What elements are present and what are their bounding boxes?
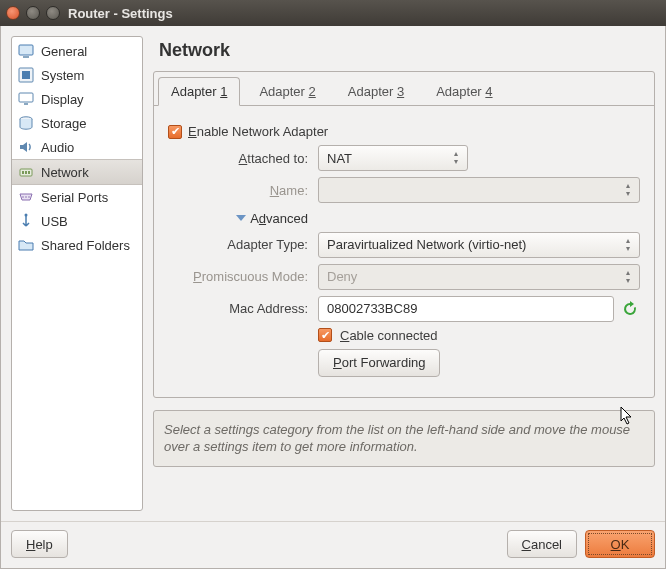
sidebar-item-label: Serial Ports (41, 190, 108, 205)
page-title: Network (159, 40, 655, 61)
window-close-icon[interactable] (6, 6, 20, 20)
audio-icon (18, 139, 34, 155)
combo-spin-icon: ▴▾ (621, 267, 635, 287)
dialog-button-row: Help Cancel OK (1, 521, 665, 568)
sidebar-item-label: Shared Folders (41, 238, 130, 253)
attached-to-label: Attached to: (168, 151, 318, 166)
cable-connected-label: Cable connected (340, 328, 438, 343)
adapter-tab-panel: Adapter 1 Adapter 2 Adapter 3 Adapter 4 … (153, 71, 655, 398)
help-button[interactable]: Help (11, 530, 68, 558)
window-titlebar: Router - Settings (0, 0, 666, 26)
sidebar-item-audio[interactable]: Audio (12, 135, 142, 159)
svg-rect-8 (22, 171, 24, 174)
enable-adapter-label: Enable Network Adapter (188, 124, 328, 139)
sidebar-item-label: USB (41, 214, 68, 229)
sidebar-item-shared-folders[interactable]: Shared Folders (12, 233, 142, 257)
attached-to-combo[interactable]: NAT ▴▾ (318, 145, 468, 171)
general-icon (18, 43, 34, 59)
tab-adapter-2[interactable]: Adapter 2 (246, 77, 328, 106)
sidebar-item-general[interactable]: General (12, 39, 142, 63)
svg-rect-5 (24, 103, 28, 105)
mac-refresh-button[interactable] (620, 299, 640, 319)
name-combo: ▴▾ (318, 177, 640, 203)
sidebar-item-storage[interactable]: Storage (12, 111, 142, 135)
display-icon (18, 91, 34, 107)
svg-point-11 (22, 196, 24, 198)
advanced-disclosure[interactable]: Advanced (236, 211, 308, 226)
serial-ports-icon (18, 189, 34, 205)
settings-category-list[interactable]: General System Display Storage (11, 36, 143, 511)
sidebar-item-serial-ports[interactable]: Serial Ports (12, 185, 142, 209)
tab-adapter-4[interactable]: Adapter 4 (423, 77, 505, 106)
network-icon (18, 164, 34, 180)
mac-address-label: Mac Address: (168, 301, 318, 316)
sidebar-item-label: Display (41, 92, 84, 107)
promiscuous-mode-label: Promiscuous Mode: (168, 269, 318, 284)
adapter-tabs: Adapter 1 Adapter 2 Adapter 3 Adapter 4 (154, 72, 654, 106)
cable-connected-checkbox[interactable] (318, 328, 332, 342)
attached-to-value: NAT (327, 151, 352, 166)
combo-spin-icon: ▴▾ (449, 148, 463, 168)
window-minimize-icon[interactable] (26, 6, 40, 20)
sidebar-item-label: System (41, 68, 84, 83)
port-forwarding-button[interactable]: Port Forwarding (318, 349, 440, 377)
svg-rect-1 (23, 56, 29, 58)
svg-point-13 (28, 196, 30, 198)
window-maximize-icon[interactable] (46, 6, 60, 20)
usb-icon (18, 213, 34, 229)
cancel-button[interactable]: Cancel (507, 530, 577, 558)
combo-spin-icon: ▴▾ (621, 180, 635, 200)
sidebar-item-label: Storage (41, 116, 87, 131)
storage-icon (18, 115, 34, 131)
svg-rect-10 (28, 171, 30, 174)
adapter-type-combo[interactable]: Paravirtualized Network (virtio-net) ▴▾ (318, 232, 640, 258)
svg-point-14 (25, 214, 28, 217)
disclosure-triangle-icon (236, 215, 246, 221)
enable-adapter-checkbox[interactable] (168, 125, 182, 139)
promiscuous-mode-combo: Deny ▴▾ (318, 264, 640, 290)
promiscuous-mode-value: Deny (327, 269, 357, 284)
sidebar-item-network[interactable]: Network (12, 159, 142, 185)
svg-rect-0 (19, 45, 33, 55)
svg-rect-3 (22, 71, 30, 79)
combo-spin-icon: ▴▾ (621, 235, 635, 255)
sidebar-item-system[interactable]: System (12, 63, 142, 87)
mac-address-input[interactable] (318, 296, 614, 322)
name-label: Name: (168, 183, 318, 198)
ok-button[interactable]: OK (585, 530, 655, 558)
svg-rect-4 (19, 93, 33, 102)
svg-point-12 (25, 196, 27, 198)
sidebar-item-label: General (41, 44, 87, 59)
sidebar-item-label: Network (41, 165, 89, 180)
sidebar-item-label: Audio (41, 140, 74, 155)
hint-text: Select a settings category from the list… (153, 410, 655, 467)
sidebar-item-display[interactable]: Display (12, 87, 142, 111)
tab-adapter-3[interactable]: Adapter 3 (335, 77, 417, 106)
adapter-type-value: Paravirtualized Network (virtio-net) (327, 237, 526, 252)
adapter-type-label: Adapter Type: (168, 237, 318, 252)
advanced-label: Advanced (250, 211, 308, 226)
sidebar-item-usb[interactable]: USB (12, 209, 142, 233)
shared-folders-icon (18, 237, 34, 253)
svg-rect-9 (25, 171, 27, 174)
tab-adapter-1[interactable]: Adapter 1 (158, 77, 240, 106)
system-icon (18, 67, 34, 83)
window-title: Router - Settings (68, 6, 173, 21)
